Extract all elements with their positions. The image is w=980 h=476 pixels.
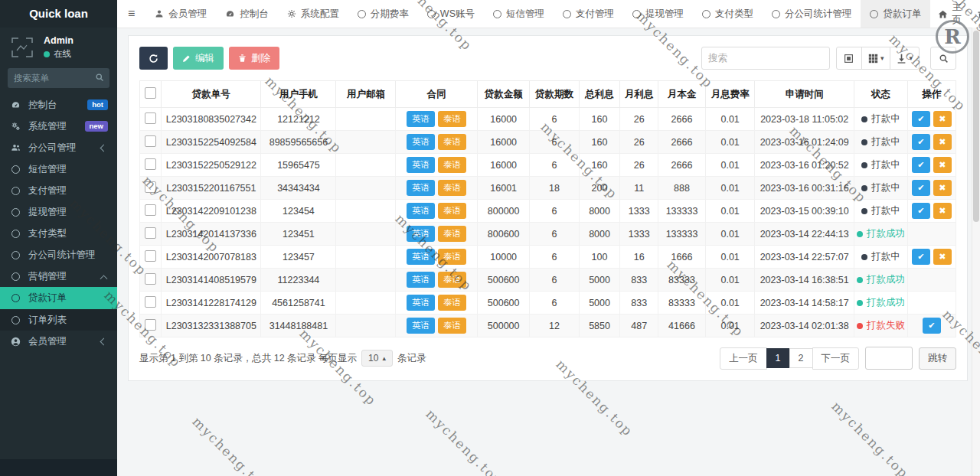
cell-status: 打款中 bbox=[854, 200, 907, 223]
contract-英语-button[interactable]: 英语 bbox=[407, 226, 435, 242]
cell-monthly_principal: 133333 bbox=[658, 223, 706, 246]
cell-periods: 12 bbox=[530, 315, 580, 337]
delete-button[interactable]: 删除 bbox=[229, 47, 279, 70]
sidebar-item-系统管理[interactable]: 系统管理new bbox=[0, 116, 117, 137]
reject-payment-button[interactable]: ✖ bbox=[933, 203, 952, 219]
topnav-item[interactable]: 短信管理 bbox=[484, 0, 554, 28]
confirm-payment-button[interactable]: ✔ bbox=[912, 134, 930, 150]
reject-payment-button[interactable]: ✖ bbox=[933, 157, 952, 173]
select-all-header[interactable] bbox=[140, 81, 162, 108]
page-button-2[interactable]: 2 bbox=[789, 348, 813, 368]
row-checkbox[interactable] bbox=[145, 112, 156, 124]
page-jump-input[interactable] bbox=[865, 347, 913, 370]
topnav-item[interactable]: 支付管理 bbox=[554, 0, 623, 28]
contract-泰语-button[interactable]: 泰语 bbox=[438, 134, 466, 150]
contract-英语-button[interactable]: 英语 bbox=[407, 111, 435, 127]
edit-button[interactable]: 编辑 bbox=[173, 47, 224, 70]
menu-toggle-icon[interactable]: ≡ bbox=[117, 7, 145, 21]
confirm-payment-button[interactable]: ✔ bbox=[923, 318, 941, 334]
sidebar-item-贷款订单[interactable]: 贷款订单 bbox=[0, 287, 117, 309]
table-search-input[interactable] bbox=[701, 47, 830, 70]
topnav-item[interactable]: 贷款订单 bbox=[861, 0, 930, 28]
select-all-checkbox[interactable] bbox=[145, 87, 156, 99]
topnav-item[interactable]: WS账号 bbox=[418, 0, 484, 28]
contract-英语-button[interactable]: 英语 bbox=[407, 180, 435, 196]
row-checkbox[interactable] bbox=[145, 250, 156, 262]
confirm-payment-button[interactable]: ✔ bbox=[912, 203, 930, 219]
sidebar-item-订单列表[interactable]: 订单列表 bbox=[0, 309, 117, 331]
row-checkbox[interactable] bbox=[145, 273, 156, 285]
contract-英语-button[interactable]: 英语 bbox=[407, 272, 435, 288]
contract-泰语-button[interactable]: 泰语 bbox=[438, 180, 466, 196]
row-checkbox[interactable] bbox=[145, 296, 156, 308]
topnav-item[interactable]: 会员管理 bbox=[145, 0, 216, 28]
confirm-payment-button[interactable]: ✔ bbox=[912, 180, 930, 196]
contract-泰语-button[interactable]: 泰语 bbox=[438, 157, 466, 173]
reject-payment-button[interactable]: ✖ bbox=[933, 180, 952, 196]
page-button-1[interactable]: 1 bbox=[766, 348, 790, 368]
row-checkbox[interactable] bbox=[145, 227, 156, 239]
row-checkbox[interactable] bbox=[145, 135, 156, 147]
status-label: 打款中 bbox=[871, 250, 900, 263]
topnav-item[interactable]: 分期费率 bbox=[348, 0, 418, 28]
export-button[interactable]: ▾ bbox=[890, 47, 920, 70]
row-checkbox[interactable] bbox=[145, 158, 156, 170]
sidebar-item-短信管理[interactable]: 短信管理 bbox=[0, 158, 117, 180]
contract-泰语-button[interactable]: 泰语 bbox=[438, 272, 466, 288]
status-badge: 打款中 bbox=[861, 112, 900, 126]
contract-英语-button[interactable]: 英语 bbox=[407, 203, 435, 219]
scrollbar[interactable] bbox=[972, 28, 980, 476]
contract-泰语-button[interactable]: 泰语 bbox=[438, 249, 466, 265]
sidebar-item-提现管理[interactable]: 提现管理 bbox=[0, 201, 117, 223]
sidebar-item-支付管理[interactable]: 支付管理 bbox=[0, 180, 117, 201]
sidebar-item-控制台[interactable]: 控制台hot bbox=[0, 94, 117, 116]
sidebar-item-支付类型[interactable]: 支付类型 bbox=[0, 223, 117, 244]
contract-英语-button[interactable]: 英语 bbox=[407, 295, 435, 311]
page-size-select[interactable]: 10 ▴ bbox=[361, 350, 393, 367]
sidebar-item-分公司统计管理[interactable]: 分公司统计管理 bbox=[0, 244, 117, 266]
confirm-payment-button[interactable]: ✔ bbox=[912, 249, 930, 265]
contract-英语-button[interactable]: 英语 bbox=[407, 157, 435, 173]
page-jump-button[interactable]: 跳转 bbox=[919, 347, 956, 370]
cell-periods: 6 bbox=[530, 200, 580, 223]
reject-payment-button[interactable]: ✖ bbox=[933, 249, 952, 265]
contract-泰语-button[interactable]: 泰语 bbox=[438, 295, 466, 311]
status-dot bbox=[857, 323, 863, 329]
topnav-item[interactable]: 控制台 bbox=[216, 0, 278, 28]
column-header-contract: 合同 bbox=[396, 81, 478, 108]
columns-button[interactable]: ▾ bbox=[861, 47, 891, 70]
sidebar: Quick loan Admin 在线 bbox=[0, 0, 117, 476]
reject-payment-button[interactable]: ✖ bbox=[933, 111, 952, 127]
confirm-payment-button[interactable]: ✔ bbox=[912, 111, 930, 127]
contract-英语-button[interactable]: 英语 bbox=[407, 249, 435, 265]
refresh-button[interactable] bbox=[139, 47, 168, 70]
topnav-item[interactable]: 提现管理 bbox=[623, 0, 693, 28]
sidebar-item-分公司管理[interactable]: 分公司管理 bbox=[0, 137, 117, 158]
row-checkbox[interactable] bbox=[145, 319, 156, 331]
sidebar-item-营销管理[interactable]: 营销管理 bbox=[0, 266, 117, 287]
clear-cache-link[interactable]: 清除缓存 bbox=[969, 0, 980, 28]
contract-泰语-button[interactable]: 泰语 bbox=[438, 318, 466, 334]
topnav-item[interactable]: 分公司统计管理 bbox=[763, 0, 861, 28]
column-header-monthly_interest: 月利息 bbox=[620, 81, 658, 108]
topnav-item[interactable]: 系统配置 bbox=[278, 0, 348, 28]
confirm-payment-button[interactable]: ✔ bbox=[912, 157, 930, 173]
row-checkbox[interactable] bbox=[145, 204, 156, 216]
contract-英语-button[interactable]: 英语 bbox=[407, 134, 435, 150]
card-view-icon bbox=[844, 54, 854, 64]
cell-phone: 15965475 bbox=[261, 154, 336, 177]
contract-英语-button[interactable]: 英语 bbox=[407, 318, 435, 334]
contract-泰语-button[interactable]: 泰语 bbox=[438, 226, 466, 242]
prev-page-button[interactable]: 上一页 bbox=[720, 347, 767, 370]
search-icon[interactable] bbox=[95, 73, 104, 82]
reject-payment-button[interactable]: ✖ bbox=[933, 134, 952, 150]
topnav-item[interactable]: 支付类型 bbox=[693, 0, 763, 28]
next-page-button[interactable]: 下一页 bbox=[812, 347, 860, 370]
sidebar-item-会员管理[interactable]: 会员管理 bbox=[0, 331, 117, 352]
contract-泰语-button[interactable]: 泰语 bbox=[438, 111, 466, 127]
contract-泰语-button[interactable]: 泰语 bbox=[438, 203, 466, 219]
scrollbar-thumb[interactable] bbox=[973, 31, 979, 222]
status-label: 打款中 bbox=[871, 181, 900, 194]
row-checkbox[interactable] bbox=[145, 181, 156, 193]
toggle-view-button[interactable] bbox=[836, 47, 862, 70]
